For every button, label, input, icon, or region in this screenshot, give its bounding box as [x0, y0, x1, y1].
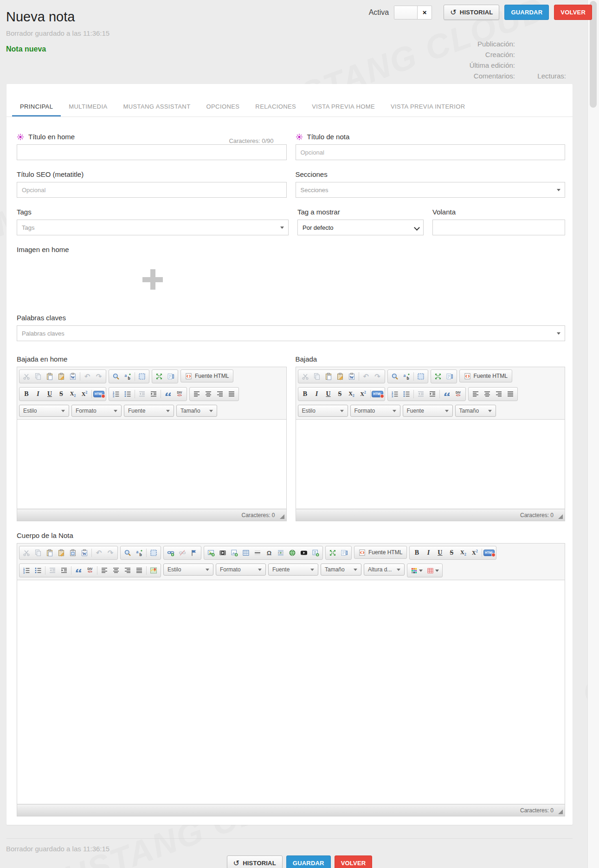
align-left-button[interactable]	[191, 389, 202, 399]
history-button[interactable]: ↺ HISTORIAL	[227, 855, 283, 868]
seo-title-input[interactable]	[17, 182, 287, 198]
tab-opciones[interactable]: OPCIONES	[199, 103, 248, 117]
source-button[interactable]: Fuente HTML	[354, 546, 407, 559]
back-button[interactable]: VOLVER	[554, 5, 592, 20]
paste-button[interactable]	[323, 371, 334, 382]
save-button[interactable]: GUARDAR	[504, 5, 549, 20]
format-select[interactable]: Formato	[71, 405, 122, 417]
ordered-list-button[interactable]	[110, 389, 122, 399]
page-break-button[interactable]	[275, 548, 286, 558]
div-container-button[interactable]: DIV</>	[174, 389, 185, 399]
select-all-button[interactable]	[148, 548, 159, 558]
redo-button[interactable]: ↷	[93, 371, 104, 382]
show-blocks-button[interactable]	[165, 371, 176, 382]
line-height-select[interactable]: Altura d...	[364, 564, 405, 576]
volanta-input[interactable]	[432, 220, 565, 235]
align-right-button[interactable]	[214, 389, 225, 399]
paste-text-button[interactable]	[56, 371, 67, 382]
font-select[interactable]: Fuente	[403, 405, 453, 417]
paste-button[interactable]	[44, 371, 55, 382]
subscript-button[interactable]: X2	[346, 389, 357, 399]
underline-button[interactable]: U	[434, 548, 445, 558]
align-center-button[interactable]	[110, 565, 122, 576]
resize-grip[interactable]	[558, 810, 563, 814]
find-button[interactable]	[110, 371, 122, 382]
home-excerpt-editor-body[interactable]	[17, 420, 286, 509]
toggle-handle[interactable]	[394, 6, 418, 19]
home-title-input[interactable]	[17, 144, 287, 160]
show-blocks-button[interactable]	[339, 548, 350, 558]
strikethrough-button[interactable]: S	[446, 548, 457, 558]
remove-format-button[interactable]: HTML	[93, 389, 104, 399]
link-button[interactable]	[165, 548, 176, 558]
indent-button[interactable]	[58, 565, 70, 576]
maximize-button[interactable]	[432, 371, 444, 382]
superscript-button[interactable]: X2	[79, 389, 90, 399]
select-all-button[interactable]	[136, 371, 148, 382]
anchor-button[interactable]	[188, 548, 200, 558]
superscript-button[interactable]: X2	[358, 389, 369, 399]
italic-button[interactable]: I	[423, 548, 434, 558]
blockquote-button[interactable]	[73, 565, 84, 576]
body-editor-area[interactable]	[17, 580, 565, 804]
keywords-select[interactable]: Palabras claves	[17, 325, 565, 341]
paste-word-button[interactable]	[67, 371, 78, 382]
size-select[interactable]: Tamaño	[455, 405, 496, 417]
replace-button[interactable]	[134, 548, 145, 558]
active-toggle[interactable]: ×	[394, 6, 432, 19]
display-tag-select[interactable]: Por defecto	[297, 220, 424, 235]
special-char-button[interactable]: Ω	[264, 548, 275, 558]
bullet-list-button[interactable]	[122, 389, 133, 399]
align-justify-button[interactable]	[134, 565, 145, 576]
paste-text-button[interactable]	[335, 371, 346, 382]
select-all-button[interactable]	[415, 371, 426, 382]
cut-button[interactable]	[300, 371, 311, 382]
align-left-button[interactable]	[99, 565, 110, 576]
add-image-button[interactable]	[17, 257, 289, 302]
redo-button[interactable]: ↷	[105, 548, 116, 558]
paste-word-button[interactable]	[346, 371, 357, 382]
style-select[interactable]: Estilo	[163, 564, 213, 576]
table-button[interactable]	[240, 548, 251, 558]
remove-format-button[interactable]: HTML	[483, 548, 495, 558]
tags-select[interactable]: Tags	[17, 220, 289, 235]
source-button[interactable]: Fuente HTML	[180, 369, 233, 382]
paste-text-button[interactable]	[56, 548, 67, 558]
blockquote-button[interactable]	[162, 389, 174, 399]
maps-button[interactable]	[148, 565, 159, 576]
resize-grip[interactable]	[558, 514, 563, 519]
underline-button[interactable]: U	[44, 389, 55, 399]
blockquote-button[interactable]	[441, 389, 452, 399]
undo-button[interactable]: ↶	[82, 371, 93, 382]
div-container-button[interactable]: DIV</>	[453, 389, 464, 399]
table-style-button[interactable]	[425, 565, 441, 576]
align-center-button[interactable]	[482, 389, 493, 399]
find-button[interactable]	[122, 548, 133, 558]
paste-word-button[interactable]	[79, 548, 90, 558]
indent-button[interactable]	[148, 389, 159, 399]
copy-button[interactable]	[311, 371, 322, 382]
cut-button[interactable]	[21, 371, 32, 382]
copy-button[interactable]	[32, 548, 44, 558]
unlink-button[interactable]	[177, 548, 188, 558]
bullet-list-button[interactable]	[32, 565, 44, 576]
redo-button[interactable]: ↷	[372, 371, 383, 382]
tab-mustang-assistant[interactable]: MUSTANG ASSISTANT	[116, 103, 199, 117]
strikethrough-button[interactable]: S	[56, 389, 67, 399]
resize-grip[interactable]	[280, 514, 284, 519]
bullet-list-button[interactable]	[401, 389, 412, 399]
image-person-button[interactable]	[310, 548, 321, 558]
note-title-input[interactable]	[296, 144, 566, 160]
underline-button[interactable]: U	[323, 389, 334, 399]
style-select[interactable]: Estilo	[19, 405, 69, 417]
replace-button[interactable]	[401, 371, 412, 382]
replace-button[interactable]	[122, 371, 133, 382]
paste-button[interactable]	[44, 548, 55, 558]
color-grid-button[interactable]	[409, 565, 425, 576]
superscript-button[interactable]: X2	[469, 548, 480, 558]
back-button[interactable]: VOLVER	[335, 855, 373, 868]
subscript-button[interactable]: X2	[457, 548, 469, 558]
indent-button[interactable]	[427, 389, 438, 399]
strikethrough-button[interactable]: S	[335, 389, 346, 399]
style-select[interactable]: Estilo	[298, 405, 348, 417]
